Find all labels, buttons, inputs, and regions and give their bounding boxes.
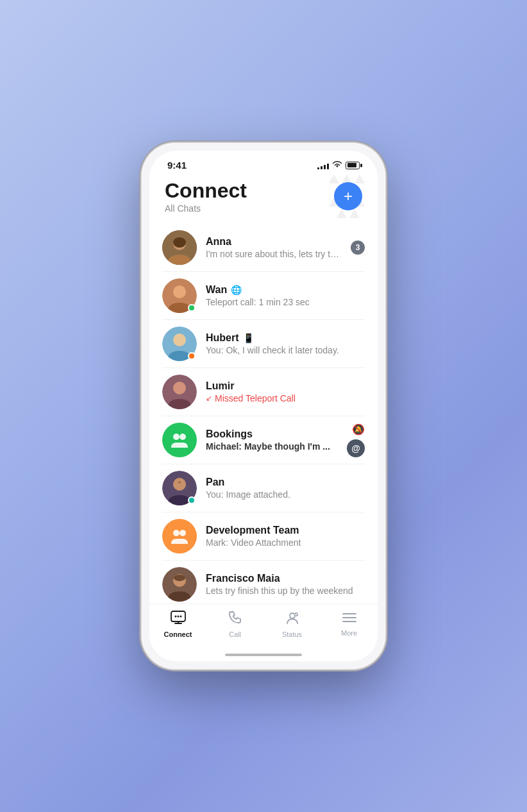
avatar-devteam — [162, 519, 197, 554]
missed-call-arrow: ↙ — [206, 394, 212, 403]
status-icons — [317, 160, 360, 170]
chat-preview-wan: Teleport call: 1 min 23 sec — [206, 297, 365, 307]
nav-call[interactable]: Call — [216, 611, 255, 638]
chat-item-wan[interactable]: Wan 🌐 Teleport call: 1 min 23 sec — [149, 272, 378, 319]
chat-name-bookings: Bookings — [206, 428, 253, 440]
svg-point-14 — [173, 530, 180, 536]
app-header: Connect All Chats — [149, 174, 378, 221]
chat-preview-lumir: ↙ Missed Teleport Call — [206, 393, 365, 403]
nav-connect[interactable]: Connect — [159, 611, 197, 638]
online-dot-wan — [188, 304, 196, 312]
chat-item-pan[interactable]: Pan You: Image attached. — [149, 464, 378, 512]
nav-more-label: More — [341, 629, 357, 637]
nav-more[interactable]: More — [330, 611, 369, 638]
chat-name-devteam: Development Team — [206, 525, 299, 536]
chat-name-wan: Wan — [206, 284, 227, 296]
avatar-lumir — [162, 375, 197, 409]
chat-preview-pan: You: Image attached. — [206, 489, 365, 500]
avatar-wrapper-lumir — [162, 375, 197, 409]
svg-point-6 — [173, 334, 186, 346]
avatar-francisco — [162, 567, 197, 602]
svg-point-8 — [173, 382, 186, 394]
avatar-wrapper-hubert — [162, 326, 197, 361]
bottom-nav: Connect Call — [149, 604, 378, 648]
svg-point-22 — [180, 616, 181, 618]
avatar-wrapper-bookings — [162, 423, 197, 457]
chat-meta-bookings: 🔕 @ — [347, 423, 365, 457]
home-bar — [225, 654, 302, 656]
svg-point-12 — [173, 478, 186, 491]
svg-point-4 — [173, 285, 186, 298]
status-icon — [285, 611, 299, 629]
chat-name-lumir: Lumir — [206, 380, 234, 392]
svg-point-18 — [174, 575, 185, 581]
globe-icon-wan: 🌐 — [231, 285, 242, 295]
nav-status[interactable]: Status — [273, 611, 312, 638]
chat-item-francisco[interactable]: Francisco Maia Lets try finish this up b… — [149, 561, 378, 604]
mention-badge-bookings: @ — [347, 439, 365, 457]
chat-content-bookings: Bookings Michael: Maybe though I'm ... — [206, 428, 338, 452]
chat-name-pan: Pan — [206, 477, 224, 488]
chat-preview-bookings: Michael: Maybe though I'm ... — [206, 441, 338, 452]
svg-point-20 — [174, 616, 176, 618]
chat-content-anna: Anna I'm not sure about this, lets try t… — [206, 236, 342, 259]
chat-preview-hubert: You: Ok, I will check it later today. — [206, 345, 365, 355]
nav-connect-label: Connect — [164, 630, 192, 638]
call-icon — [228, 611, 242, 629]
chat-preview-anna: I'm not sure about this, lets try the.. — [206, 249, 342, 259]
avatar-wrapper-pan — [162, 471, 197, 505]
signal-bar-3 — [324, 165, 326, 169]
phone-frame: 9:41 — [142, 143, 385, 669]
phone-screen: 9:41 — [149, 151, 378, 661]
signal-bars-icon — [317, 162, 329, 169]
nav-call-label: Call — [229, 630, 241, 638]
svg-point-13 — [178, 481, 181, 484]
chat-item-devteam[interactable]: Development Team Mark: Video Attachment — [149, 512, 378, 560]
signal-bar-2 — [321, 166, 322, 169]
header-subtitle: All Chats — [165, 203, 247, 214]
battery-icon — [346, 162, 360, 169]
signal-bar-4 — [327, 164, 329, 169]
avatar-wrapper-wan — [162, 278, 197, 313]
status-bar: 9:41 — [149, 151, 378, 174]
phone-wrapper: 9:41 — [142, 143, 385, 669]
phone-icon-hubert: 📱 — [243, 333, 254, 343]
chat-list: Anna I'm not sure about this, lets try t… — [149, 221, 378, 604]
chat-content-francisco: Francisco Maia Lets try finish this up b… — [206, 573, 365, 596]
chat-content-hubert: Hubert 📱 You: Ok, I will check it later … — [206, 332, 365, 355]
svg-point-23 — [290, 613, 295, 618]
chat-content-lumir: Lumir ↙ Missed Teleport Call — [206, 380, 365, 403]
chat-content-devteam: Development Team Mark: Video Attachment — [206, 525, 365, 548]
wifi-icon — [332, 160, 342, 170]
svg-point-15 — [180, 530, 186, 536]
mute-icon-bookings: 🔕 — [352, 423, 365, 436]
avatar-wrapper-francisco — [162, 567, 197, 602]
online-dot-hubert — [188, 352, 196, 360]
avatar-anna — [162, 230, 197, 265]
svg-point-21 — [177, 616, 179, 618]
signal-bar-1 — [317, 167, 319, 169]
chat-item-hubert[interactable]: Hubert 📱 You: Ok, I will check it later … — [149, 320, 378, 368]
chat-name-anna: Anna — [206, 236, 231, 248]
new-chat-button[interactable]: + — [334, 182, 362, 210]
chat-name-francisco: Francisco Maia — [206, 573, 280, 584]
svg-point-9 — [173, 434, 180, 440]
online-dot-pan — [188, 496, 196, 504]
chat-content-pan: Pan You: Image attached. — [206, 477, 365, 500]
nav-status-label: Status — [282, 630, 302, 638]
chat-name-hubert: Hubert — [206, 332, 239, 344]
chat-item-bookings[interactable]: Bookings Michael: Maybe though I'm ... 🔕… — [149, 416, 378, 464]
chat-content-wan: Wan 🌐 Teleport call: 1 min 23 sec — [206, 284, 365, 307]
chat-item-anna[interactable]: Anna I'm not sure about this, lets try t… — [149, 224, 378, 271]
status-time: 9:41 — [167, 160, 187, 171]
avatar-wrapper-devteam — [162, 519, 197, 554]
more-icon — [342, 611, 356, 627]
unread-badge-anna: 3 — [351, 241, 365, 255]
battery-fill — [347, 163, 356, 167]
chat-preview-devteam: Mark: Video Attachment — [206, 537, 365, 548]
home-indicator — [149, 648, 378, 661]
connect-icon — [171, 611, 186, 629]
missed-call-text: Missed Teleport Call — [215, 393, 296, 403]
avatar-wrapper-anna — [162, 230, 197, 265]
chat-item-lumir[interactable]: Lumir ↙ Missed Teleport Call — [149, 368, 378, 416]
